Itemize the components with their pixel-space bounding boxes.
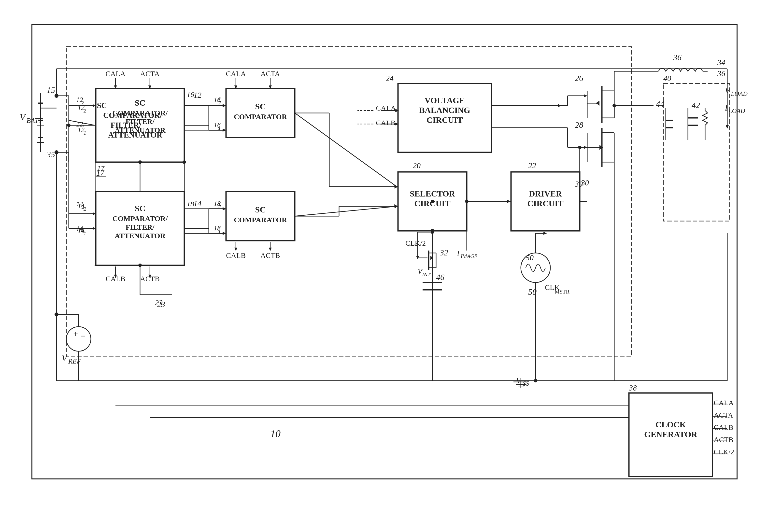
svg-point-222 bbox=[67, 123, 71, 127]
svg-text:INT: INT bbox=[422, 272, 431, 278]
svg-point-310 bbox=[431, 200, 434, 203]
svg-text:VOLTAGE: VOLTAGE bbox=[425, 96, 465, 105]
svg-text:SELECTOR: SELECTOR bbox=[410, 189, 455, 198]
svg-text:ACTA: ACTA bbox=[714, 411, 733, 419]
svg-text:LOAD: LOAD bbox=[728, 107, 745, 114]
node35-label: 35 bbox=[46, 150, 55, 159]
svg-text:IMAGE: IMAGE bbox=[460, 253, 477, 259]
svg-text:34: 34 bbox=[717, 58, 725, 67]
svg-text:COMPARATOR/: COMPARATOR/ bbox=[112, 214, 168, 222]
svg-text:COMPARATOR/: COMPARATOR/ bbox=[112, 109, 168, 117]
svg-text:1: 1 bbox=[217, 226, 220, 232]
svg-text:SC: SC bbox=[135, 98, 145, 107]
svg-text:40: 40 bbox=[663, 74, 671, 83]
svg-point-28 bbox=[55, 312, 59, 316]
svg-text:SC: SC bbox=[97, 101, 107, 110]
svg-text:14: 14 bbox=[193, 199, 202, 208]
svg-text:FILTER/: FILTER/ bbox=[126, 117, 154, 126]
svg-text:SC: SC bbox=[255, 205, 265, 214]
svg-text:SS: SS bbox=[523, 380, 529, 387]
svg-text:SC: SC bbox=[255, 102, 265, 111]
svg-text:CALA: CALA bbox=[714, 399, 734, 407]
svg-text:CLOCK: CLOCK bbox=[655, 420, 686, 429]
svg-text:COMPARATOR: COMPARATOR bbox=[234, 216, 287, 224]
svg-text:BALANCING: BALANCING bbox=[419, 106, 470, 115]
svg-text:V: V bbox=[62, 353, 68, 363]
svg-text:CALA: CALA bbox=[226, 70, 246, 78]
vbatt-sub: BATT bbox=[27, 117, 43, 124]
svg-text:DRIVER: DRIVER bbox=[529, 189, 562, 198]
svg-point-290 bbox=[534, 379, 537, 382]
svg-text:2: 2 bbox=[83, 108, 86, 114]
svg-text:CIRCUIT: CIRCUIT bbox=[527, 199, 564, 208]
node15-label: 15 bbox=[47, 85, 55, 95]
svg-text:38: 38 bbox=[629, 383, 637, 392]
svg-text:ATTENUATOR: ATTENUATOR bbox=[115, 232, 166, 240]
svg-text:CLK/2: CLK/2 bbox=[405, 239, 426, 247]
svg-text:CIRCUIT: CIRCUIT bbox=[427, 115, 463, 125]
svg-text:50: 50 bbox=[526, 253, 534, 262]
svg-text:ACTA: ACTA bbox=[140, 70, 160, 78]
vbatt-label: V bbox=[20, 112, 26, 122]
svg-text:2: 2 bbox=[217, 97, 220, 103]
svg-text:23: 23 bbox=[155, 298, 163, 307]
svg-text:ATTENUATOR: ATTENUATOR bbox=[115, 126, 166, 134]
svg-text:42: 42 bbox=[691, 101, 700, 110]
svg-text:17: 17 bbox=[97, 164, 105, 172]
svg-point-309 bbox=[138, 263, 142, 267]
svg-text:CALB: CALB bbox=[376, 119, 396, 127]
svg-text:FILTER/: FILTER/ bbox=[126, 223, 154, 231]
svg-text:CALB: CALB bbox=[714, 423, 733, 431]
svg-text:2: 2 bbox=[81, 100, 84, 106]
svg-text:24: 24 bbox=[386, 74, 394, 83]
svg-text:44: 44 bbox=[656, 100, 664, 109]
svg-text:2: 2 bbox=[217, 201, 220, 208]
svg-text:SC: SC bbox=[135, 204, 145, 213]
svg-text:ACTB: ACTB bbox=[260, 251, 280, 259]
svg-text:1: 1 bbox=[217, 122, 220, 129]
svg-text:32: 32 bbox=[439, 248, 448, 257]
svg-text:MSTR: MSTR bbox=[555, 289, 569, 295]
svg-text:36: 36 bbox=[717, 69, 725, 78]
svg-text:CLK/2: CLK/2 bbox=[714, 448, 734, 456]
svg-text:36: 36 bbox=[673, 53, 681, 62]
svg-text:30: 30 bbox=[581, 178, 589, 187]
svg-text:26: 26 bbox=[575, 74, 583, 83]
svg-text:18: 18 bbox=[187, 200, 194, 208]
svg-text:ACTB: ACTB bbox=[714, 435, 733, 444]
svg-point-295 bbox=[465, 200, 468, 203]
svg-text:1: 1 bbox=[83, 130, 86, 136]
svg-text:2: 2 bbox=[81, 204, 84, 210]
svg-text:ACTA: ACTA bbox=[260, 70, 280, 78]
svg-text:CALB: CALB bbox=[226, 251, 246, 259]
svg-point-308 bbox=[182, 161, 186, 164]
svg-text:REF: REF bbox=[68, 357, 81, 365]
svg-text:+: + bbox=[73, 329, 78, 339]
circuit-diagram: V BATT 15 35 + − V REF SC COMPARATOR/ FI… bbox=[0, 0, 782, 532]
svg-text:22: 22 bbox=[528, 161, 536, 170]
svg-text:1: 1 bbox=[81, 228, 84, 235]
svg-text:20: 20 bbox=[413, 161, 421, 170]
svg-text:COMPARATOR: COMPARATOR bbox=[234, 112, 287, 120]
svg-text:GENERATOR: GENERATOR bbox=[644, 430, 697, 439]
svg-text:46: 46 bbox=[436, 273, 445, 282]
svg-text:−: − bbox=[80, 331, 86, 341]
svg-text:LOAD: LOAD bbox=[731, 90, 748, 97]
svg-text:16: 16 bbox=[187, 91, 194, 99]
svg-text:12: 12 bbox=[193, 91, 202, 100]
svg-text:28: 28 bbox=[575, 120, 583, 130]
system-number: 10 bbox=[270, 428, 281, 439]
svg-point-233 bbox=[138, 161, 142, 164]
svg-text:1: 1 bbox=[81, 124, 84, 130]
svg-text:CALA: CALA bbox=[105, 70, 126, 78]
